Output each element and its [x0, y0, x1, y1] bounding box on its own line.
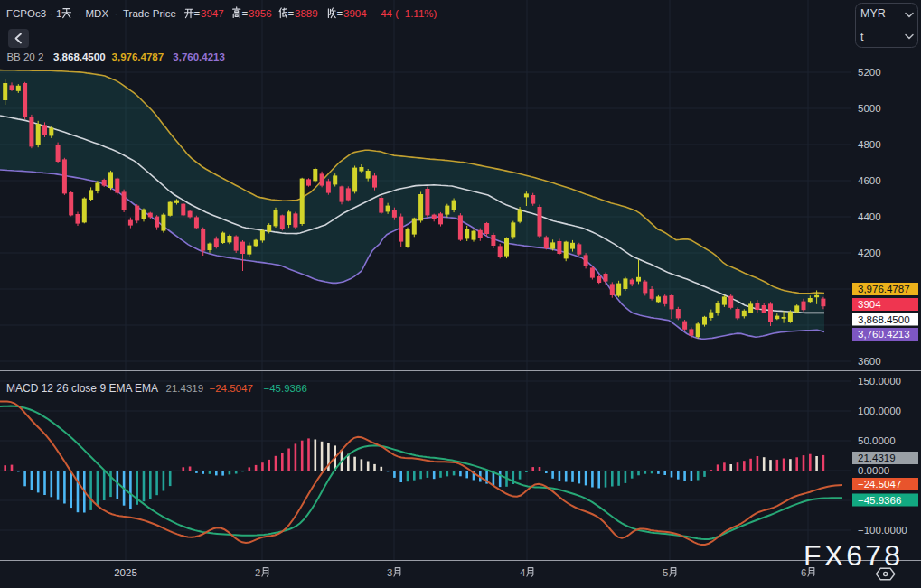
svg-text:150.0000: 150.0000 — [858, 376, 901, 387]
svg-text:t: t — [860, 31, 864, 43]
svg-text:5200: 5200 — [858, 67, 881, 78]
svg-text:BB 20 2: BB 20 2 — [6, 51, 43, 62]
svg-text:−24.5047: −24.5047 — [858, 479, 901, 490]
svg-text:100.0000: 100.0000 — [858, 406, 901, 416]
svg-text:3,976.4787: 3,976.4787 — [858, 284, 910, 294]
svg-text:4: 4 — [520, 567, 526, 578]
svg-text:21.4319: 21.4319 — [166, 383, 204, 394]
svg-text:MYR: MYR — [860, 7, 886, 20]
svg-text:=: = — [194, 8, 201, 19]
svg-text:4600: 4600 — [858, 175, 881, 186]
svg-text:3904: 3904 — [858, 299, 881, 310]
svg-text:2: 2 — [255, 567, 260, 578]
svg-text:4400: 4400 — [858, 211, 881, 222]
svg-text:4800: 4800 — [858, 139, 881, 150]
svg-text:Trade Price: Trade Price — [123, 8, 176, 19]
svg-text:3,976.4787: 3,976.4787 — [112, 51, 164, 62]
svg-text:3889: 3889 — [295, 8, 318, 19]
svg-text:3,760.4213: 3,760.4213 — [173, 51, 225, 62]
svg-text:FX678: FX678 — [804, 539, 903, 572]
svg-text:3,760.4213: 3,760.4213 — [858, 329, 910, 340]
svg-text:0.0000: 0.0000 — [858, 465, 889, 476]
svg-text:3956: 3956 — [249, 8, 272, 19]
svg-text:=: = — [337, 8, 343, 19]
svg-text:2025: 2025 — [114, 567, 137, 578]
svg-text:3947: 3947 — [201, 8, 224, 19]
svg-text:3,868.4500: 3,868.4500 — [858, 314, 910, 325]
svg-text:FCPOc3: FCPOc3 — [6, 8, 46, 19]
svg-text:5000: 5000 — [858, 103, 881, 114]
svg-text:·: · — [50, 8, 53, 19]
svg-text:=: = — [288, 8, 295, 19]
svg-text:MDX: MDX — [86, 8, 109, 19]
svg-text:1: 1 — [56, 8, 61, 19]
svg-text:·: · — [79, 8, 82, 19]
svg-text:−44 (−1.11%): −44 (−1.11%) — [375, 8, 437, 19]
svg-text:3904: 3904 — [343, 8, 367, 19]
svg-text:50.0000: 50.0000 — [858, 435, 896, 446]
svg-text:3: 3 — [387, 567, 392, 578]
svg-text:·: · — [115, 8, 118, 19]
svg-text:−45.9366: −45.9366 — [264, 383, 307, 394]
svg-text:5: 5 — [663, 567, 668, 578]
svg-text:MACD 12 26 close 9 EMA EMA: MACD 12 26 close 9 EMA EMA — [6, 382, 158, 395]
svg-text:21.4319: 21.4319 — [858, 453, 896, 463]
svg-text:−100.0000: −100.0000 — [858, 525, 907, 536]
svg-text:−24.5047: −24.5047 — [210, 383, 253, 394]
svg-text:4200: 4200 — [858, 247, 881, 258]
svg-text:3,868.4500: 3,868.4500 — [53, 51, 106, 62]
svg-text:=: = — [242, 8, 249, 19]
svg-text:3600: 3600 — [858, 356, 881, 367]
svg-text:−45.9366: −45.9366 — [858, 495, 901, 506]
